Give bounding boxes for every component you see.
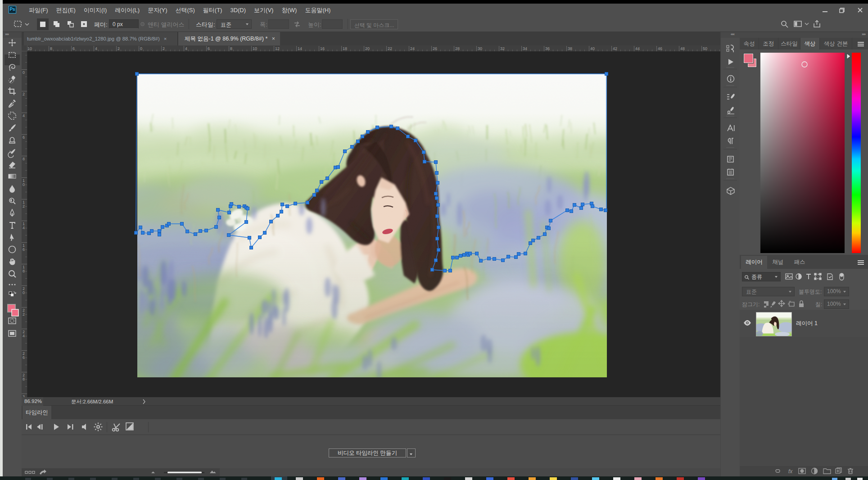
svg-text:6: 6 bbox=[23, 247, 25, 252]
svg-text:38: 38 bbox=[568, 46, 572, 51]
svg-text:10: 10 bbox=[253, 46, 257, 51]
svg-text:34: 34 bbox=[523, 46, 527, 51]
svg-text:12: 12 bbox=[275, 46, 280, 51]
svg-text:28: 28 bbox=[455, 46, 460, 51]
svg-text:4: 4 bbox=[23, 113, 25, 118]
svg-text:18: 18 bbox=[343, 46, 347, 51]
svg-text:50: 50 bbox=[703, 46, 707, 51]
svg-text:8: 8 bbox=[23, 157, 25, 161]
svg-text:26: 26 bbox=[433, 46, 437, 51]
svg-text:16: 16 bbox=[320, 46, 325, 51]
svg-text:42: 42 bbox=[613, 46, 617, 51]
svg-text:2: 2 bbox=[23, 312, 25, 317]
svg-text:6: 6 bbox=[23, 355, 25, 360]
svg-text:4: 4 bbox=[23, 334, 25, 338]
svg-text:0: 0 bbox=[23, 290, 25, 295]
svg-text:2: 2 bbox=[118, 46, 120, 51]
svg-text:0: 0 bbox=[23, 182, 25, 187]
svg-text:48: 48 bbox=[680, 46, 685, 51]
svg-text:22: 22 bbox=[388, 46, 392, 51]
svg-text:4: 4 bbox=[185, 46, 187, 51]
svg-text:6: 6 bbox=[208, 46, 210, 51]
svg-text:20: 20 bbox=[365, 46, 370, 51]
svg-text:2: 2 bbox=[23, 92, 25, 96]
svg-text:46: 46 bbox=[658, 46, 662, 51]
svg-text:8: 8 bbox=[230, 46, 232, 51]
svg-text:fx: fx bbox=[788, 468, 793, 475]
svg-text:14: 14 bbox=[298, 46, 302, 51]
svg-text:0: 0 bbox=[23, 70, 25, 75]
svg-text:0: 0 bbox=[140, 46, 142, 51]
svg-text:44: 44 bbox=[635, 46, 640, 51]
svg-text:6: 6 bbox=[72, 46, 75, 51]
svg-text:32: 32 bbox=[500, 46, 505, 51]
svg-text:4: 4 bbox=[95, 46, 97, 51]
svg-text:2: 2 bbox=[163, 46, 165, 51]
svg-text:36: 36 bbox=[545, 46, 550, 51]
svg-text:30: 30 bbox=[478, 46, 482, 51]
svg-text:10: 10 bbox=[27, 46, 32, 51]
svg-text:6: 6 bbox=[23, 135, 25, 140]
svg-text:2: 2 bbox=[23, 204, 25, 208]
svg-text:8: 8 bbox=[23, 269, 25, 273]
svg-text:2: 2 bbox=[23, 51, 25, 52]
svg-text:8: 8 bbox=[23, 377, 25, 381]
svg-text:4: 4 bbox=[23, 226, 25, 230]
svg-text:40: 40 bbox=[590, 46, 595, 51]
svg-text:24: 24 bbox=[410, 46, 415, 51]
svg-text:8: 8 bbox=[50, 46, 52, 51]
